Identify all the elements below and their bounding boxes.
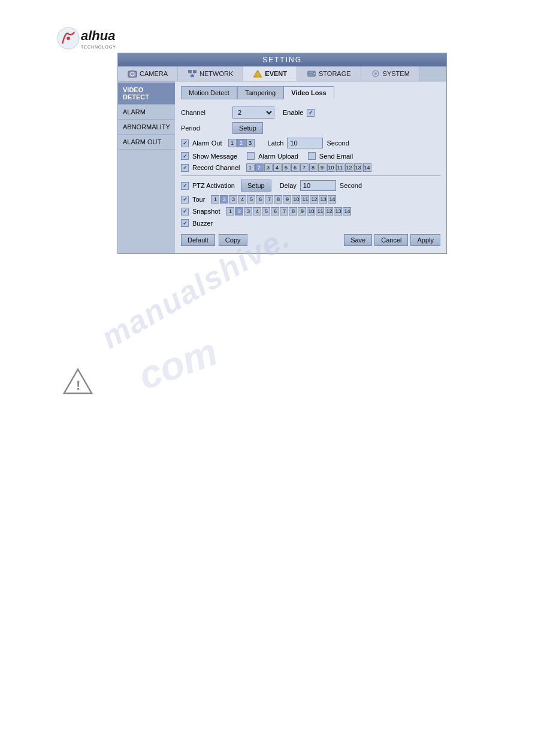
rc-13[interactable]: 13: [354, 163, 362, 172]
tc-14[interactable]: 14: [328, 195, 336, 204]
tab-camera[interactable]: CAMERA: [118, 66, 178, 81]
system-icon: [371, 69, 380, 78]
snapshot-checkbox[interactable]: [181, 208, 189, 215]
rc-2[interactable]: 2: [255, 163, 264, 172]
ptz-setup-button[interactable]: Setup: [241, 180, 271, 192]
rc-11[interactable]: 11: [336, 163, 344, 172]
sc-1[interactable]: 1: [226, 207, 234, 215]
show-message-checkbox[interactable]: [181, 152, 189, 160]
delay-label: Delay: [280, 182, 297, 189]
period-setup-button[interactable]: Setup: [232, 122, 263, 134]
sidebar-item-alarm-out[interactable]: ALARM OUT: [118, 135, 175, 150]
sc-10[interactable]: 10: [307, 207, 315, 215]
rc-4[interactable]: 4: [273, 163, 282, 172]
tc-8[interactable]: 8: [274, 195, 282, 204]
latch-unit: Second: [327, 139, 349, 147]
sidebar-item-alarm[interactable]: ALARM: [118, 105, 175, 120]
ch-box-3[interactable]: 3: [246, 139, 255, 147]
show-message-label: Show Message: [192, 153, 237, 160]
ptz-activation-checkbox[interactable]: [181, 182, 189, 190]
rc-5[interactable]: 5: [282, 163, 291, 172]
sub-tab-video-loss[interactable]: Video Loss: [283, 86, 334, 99]
snapshot-label: Snapshot: [192, 208, 220, 215]
apply-button[interactable]: Apply: [410, 234, 440, 246]
rc-7[interactable]: 7: [300, 163, 309, 172]
rc-1[interactable]: 1: [246, 163, 255, 172]
record-channel-checkbox[interactable]: [181, 164, 189, 172]
tc-4[interactable]: 4: [238, 195, 246, 204]
sc-2[interactable]: 2: [235, 207, 243, 215]
channel-row: Channel 2 Enable: [181, 107, 440, 119]
tab-system[interactable]: SYSTEM: [361, 66, 420, 81]
sc-14[interactable]: 14: [343, 207, 351, 215]
sc-9[interactable]: 9: [298, 207, 306, 215]
sc-7[interactable]: 7: [280, 207, 288, 215]
tc-12[interactable]: 12: [310, 195, 318, 204]
svg-rect-7: [191, 75, 194, 77]
sc-3[interactable]: 3: [244, 207, 252, 215]
logo-area: alhua TECHNOLOGY: [57, 27, 116, 50]
channel-select[interactable]: 2: [232, 107, 274, 119]
tab-storage[interactable]: STORAGE: [297, 66, 361, 81]
cancel-button[interactable]: Cancel: [374, 234, 408, 246]
sub-tab-motion-detect[interactable]: Motion Detect: [181, 86, 237, 99]
btn-actions-right: Save Cancel Apply: [344, 234, 440, 246]
tc-3[interactable]: 3: [229, 195, 237, 204]
tc-10[interactable]: 10: [292, 195, 300, 204]
ch-box-2[interactable]: 2: [237, 139, 246, 147]
alarm-upload-label: Alarm Upload: [258, 153, 298, 160]
sc-8[interactable]: 8: [289, 207, 297, 215]
tour-label: Tour: [192, 196, 205, 203]
svg-rect-6: [193, 70, 197, 73]
tc-13[interactable]: 13: [319, 195, 327, 204]
alarm-out-checkbox[interactable]: [181, 139, 189, 147]
sc-11[interactable]: 11: [316, 207, 324, 215]
rc-9[interactable]: 9: [318, 163, 327, 172]
main-content: Motion Detect Tampering Video Loss Chann…: [175, 81, 446, 253]
sidebar-item-abnormality[interactable]: ABNORMALITY: [118, 120, 175, 135]
tc-1[interactable]: 1: [211, 195, 219, 204]
sidebar-item-video-detect[interactable]: VIDEO DETECT: [118, 83, 175, 105]
event-icon: !: [253, 69, 262, 78]
tc-7[interactable]: 7: [265, 195, 273, 204]
svg-text:!: !: [76, 378, 80, 393]
tc-9[interactable]: 9: [283, 195, 291, 204]
tc-2[interactable]: 2: [220, 195, 228, 204]
tc-11[interactable]: 11: [301, 195, 309, 204]
sc-5[interactable]: 5: [262, 207, 270, 215]
sc-12[interactable]: 12: [325, 207, 333, 215]
sc-4[interactable]: 4: [253, 207, 261, 215]
logo-subtext: TECHNOLOGY: [81, 45, 116, 49]
alarm-out-latch-row: Alarm Out 1 2 3 Latch Second: [181, 138, 440, 148]
latch-input[interactable]: [287, 138, 323, 148]
alarm-out-channels: 1 2 3: [228, 139, 255, 147]
camera-icon: [128, 69, 137, 78]
send-email-checkbox[interactable]: [308, 152, 316, 160]
rc-14[interactable]: 14: [363, 163, 371, 172]
buzzer-checkbox[interactable]: [181, 219, 189, 227]
rc-8[interactable]: 8: [309, 163, 318, 172]
sc-6[interactable]: 6: [271, 207, 279, 215]
delay-input[interactable]: [300, 180, 336, 191]
ch-box-1[interactable]: 1: [228, 139, 237, 147]
rc-10[interactable]: 10: [327, 163, 335, 172]
copy-button[interactable]: Copy: [219, 234, 247, 246]
alarm-out-label: Alarm Out: [192, 139, 222, 147]
tour-checkbox[interactable]: [181, 196, 189, 204]
save-button[interactable]: Save: [344, 234, 372, 246]
sc-13[interactable]: 13: [334, 207, 342, 215]
rc-12[interactable]: 12: [345, 163, 353, 172]
tab-network[interactable]: NETWORK: [178, 66, 243, 81]
tab-event[interactable]: ! EVENT: [243, 66, 297, 81]
enable-checkbox[interactable]: [307, 109, 315, 117]
rc-3[interactable]: 3: [264, 163, 273, 172]
warning-area: !: [63, 368, 93, 396]
tc-5[interactable]: 5: [247, 195, 255, 204]
default-button[interactable]: Default: [181, 234, 215, 246]
rc-6[interactable]: 6: [291, 163, 300, 172]
svg-point-13: [313, 73, 315, 75]
sub-tab-tampering[interactable]: Tampering: [237, 86, 283, 99]
tc-6[interactable]: 6: [256, 195, 264, 204]
tab-system-label: SYSTEM: [383, 70, 410, 77]
alarm-upload-checkbox[interactable]: [247, 152, 255, 160]
